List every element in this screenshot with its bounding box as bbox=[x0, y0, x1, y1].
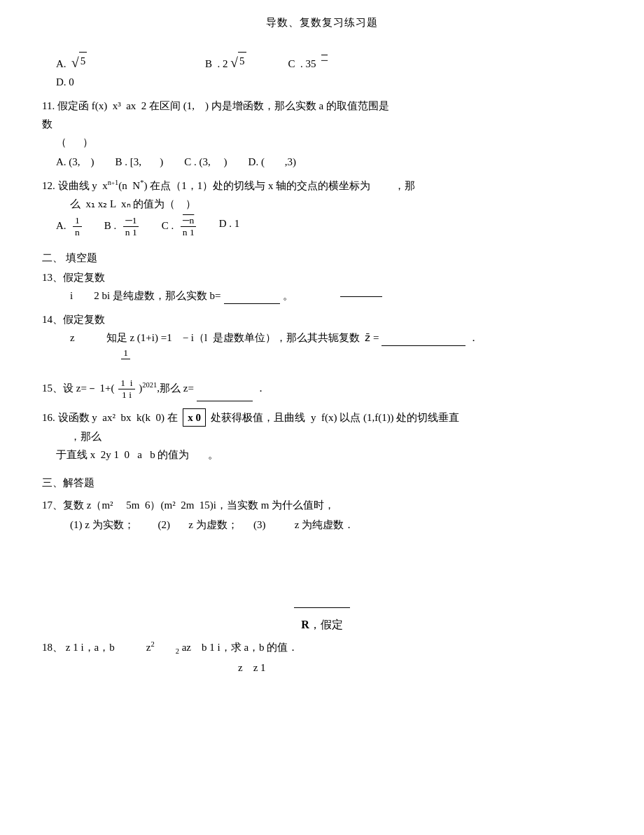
q16-text2: ，那么 bbox=[70, 428, 602, 445]
question-14: 14、假定复数 z 知足 z (1+i) =1 − i（l 是虚数单位），那么其… bbox=[42, 311, 602, 371]
q12-opt-d: D . 1 bbox=[219, 215, 240, 238]
q13-text: 13、假定复数 bbox=[42, 269, 602, 286]
option-d-row: D. 0 bbox=[56, 74, 602, 90]
q13-text2: i 2 bi 是纯虚数，那么实数 b=。 bbox=[70, 287, 602, 304]
page-title: 导数、复数复习练习题 bbox=[42, 14, 602, 31]
q14-text: 14、假定复数 bbox=[42, 311, 602, 328]
option-b: B . 2 √5 bbox=[205, 58, 248, 69]
q18-formula2: z z 1 bbox=[238, 659, 602, 676]
question-15: 15、设 z=－ 1+( 1 i 1 i )2021,那么 z=． bbox=[42, 378, 602, 401]
question-12: 12. 设曲线 y xn+1(n N*) 在点（1，1）处的切线与 x 轴的交点… bbox=[42, 177, 602, 238]
question-11: 11. 假定函 f(x) x³ ax 2 在区间 (1, ) 内是增函数，那么实… bbox=[42, 97, 602, 170]
q17-part1: (1) z 为实数； (2) z 为虚数； (3) z 为纯虚数． bbox=[70, 516, 602, 533]
q17-parts: (1) z 为实数； (2) z 为虚数； (3) z 为纯虚数． bbox=[70, 516, 602, 533]
question-18: 18、 z 1 i，a，b z2 2 az b 1 i，求 a，b 的值． z … bbox=[42, 639, 602, 676]
q11-num: 11. 假定函 f(x) x³ ax 2 在区间 (1, ) 内是增函数，那么实… bbox=[42, 100, 389, 111]
q11-text2: 数 bbox=[42, 116, 602, 132]
q12-text2: 么 x₁ x₂ L xₙ 的值为（ ） bbox=[70, 195, 602, 212]
option-a: A. √5 bbox=[56, 58, 90, 69]
q11-opt-d: D. ( bbox=[248, 153, 265, 170]
option-c: C . 35 ─ bbox=[288, 58, 328, 69]
q16-text3: 于直线 x 2y 1 0 a b 的值为 。 bbox=[56, 446, 602, 463]
question-17: 17、复数 z（m² 5m 6）(m² 2m 15)i，当实数 m 为什么值时，… bbox=[42, 497, 602, 533]
q18-text: 18、 z 1 i，a，b z2 2 az b 1 i，求 a，b 的值． bbox=[42, 639, 602, 658]
q14-text2: z 知足 z (1+i) =1 − i（l 是虚数单位），那么其共轭复数 z̄ … bbox=[70, 329, 602, 346]
q12-options: A. 1 n B . ─1 n 1 C . ─n n 1 D . 1 bbox=[56, 215, 602, 238]
q11-text: 11. 假定函 f(x) x³ ax 2 在区间 (1, ) 内是增函数，那么实… bbox=[42, 97, 602, 114]
q11-opt-a: A. (3, ) bbox=[56, 153, 94, 170]
q18-pre-text: R，假定 bbox=[42, 616, 602, 634]
q12-opt-b: B . ─1 n 1 bbox=[104, 215, 141, 238]
question-13: 13、假定复数 i 2 bi 是纯虚数，那么实数 b=。 bbox=[42, 269, 602, 304]
q11-bracket: （ ） bbox=[56, 134, 602, 151]
q11-opt-d2: ,3) bbox=[272, 153, 296, 170]
q18-pre-line bbox=[42, 596, 602, 613]
q11-opt-c: C . (3, ) bbox=[184, 153, 227, 170]
question-16: 16. 设函数 y ax² bx k(k 0) 在 x 0 处获得极值，且曲线 … bbox=[42, 408, 602, 463]
section-3-header: 三、解答题 bbox=[42, 474, 602, 491]
section-2-header: 二、 填空题 bbox=[42, 249, 602, 266]
option-d: D. 0 bbox=[56, 76, 74, 88]
q15-text: 15、设 z=－ 1+( 1 i 1 i )2021,那么 z=． bbox=[42, 378, 602, 401]
top-options: A. √5 B . 2 √5 C . 35 ─ bbox=[56, 52, 602, 72]
q16-text1: 16. 设函数 y ax² bx k(k 0) 在 x 0 处获得极值，且曲线 … bbox=[42, 408, 602, 427]
q14-fraction: 1 bbox=[70, 347, 602, 371]
q11-options: A. (3, ) B . [3, ) C . (3, ) D. ( ,3) bbox=[56, 153, 602, 170]
q17-text: 17、复数 z（m² 5m 6）(m² 2m 15)i，当实数 m 为什么值时， bbox=[42, 497, 602, 513]
q12-opt-a: A. 1 n bbox=[56, 215, 83, 238]
q12-text: 12. 设曲线 y xn+1(n N*) 在点（1，1）处的切线与 x 轴的交点… bbox=[42, 177, 602, 194]
q11-opt-b: B . [3, ) bbox=[115, 153, 164, 170]
q12-opt-c: C . ─n n 1 bbox=[162, 215, 198, 238]
